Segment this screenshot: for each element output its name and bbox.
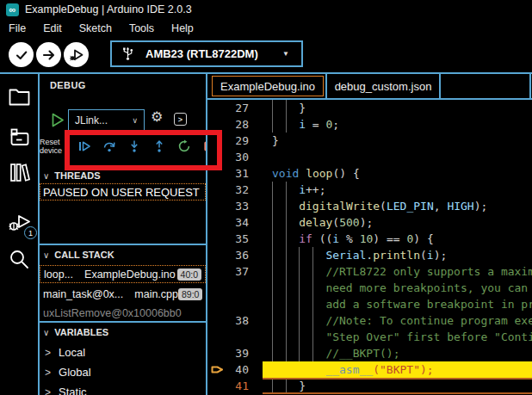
verify-button[interactable] — [9, 42, 34, 67]
debug-console-icon[interactable]: > — [174, 113, 187, 126]
board-icon — [8, 127, 31, 149]
code-line[interactable]: 39//__BKPT(); — [207, 345, 532, 361]
annotation-red-box — [65, 130, 222, 170]
menu-tools[interactable]: Tools — [121, 22, 163, 34]
indent-guide — [299, 329, 300, 345]
tab-debug-custom-json[interactable]: debug_custom.json — [327, 76, 439, 96]
indent-guide — [299, 345, 300, 361]
thread-status[interactable]: PAUSED ON USER REQUEST — [40, 183, 206, 201]
code-line[interactable]: 38//Note: To continue program exec — [207, 312, 532, 329]
indent-guide — [299, 280, 300, 296]
line-number[interactable]: 35 — [207, 231, 263, 247]
line-number[interactable]: 32 — [207, 182, 263, 198]
call-stack-frame[interactable]: uxListRemove@0x10006bb0 — [40, 304, 206, 322]
code-line[interactable]: "Step Over" first before "Contin — [207, 329, 532, 345]
call-stack-frame[interactable]: loop... ExampleDebug.ino 40:0 — [40, 265, 206, 283]
code-line[interactable]: 40__asm__("BKPT"); — [207, 361, 532, 378]
line-number[interactable]: 39 — [207, 345, 263, 361]
code-line[interactable]: need more breakpoints, you can u — [207, 280, 532, 296]
debug-config-value: JLink... — [75, 114, 108, 127]
code-line[interactable]: 34delay(500); — [207, 214, 532, 231]
start-debugging-button[interactable] — [64, 42, 89, 67]
line-number[interactable]: 33 — [207, 198, 263, 214]
code-line[interactable]: 28i = 0; — [207, 116, 532, 133]
indent-guide — [299, 247, 300, 263]
code-line[interactable]: 27} — [207, 100, 532, 116]
line-number[interactable]: 34 — [207, 214, 263, 231]
code-text: } — [263, 378, 532, 394]
line-number[interactable]: 38 — [207, 312, 263, 329]
indent-guide — [272, 312, 273, 329]
debug-badge: 1 — [24, 226, 37, 239]
indent-guide — [286, 116, 287, 133]
board-selector[interactable]: AMB23 (RTL8722DM) ▼ — [110, 40, 303, 67]
indent-guide — [286, 198, 287, 214]
indent-guide — [272, 280, 273, 296]
debug-config-dropdown[interactable]: JLink... ∨ — [68, 109, 145, 132]
indent-guide — [286, 247, 287, 263]
menu-file[interactable]: File — [0, 22, 34, 34]
line-number[interactable]: 27 — [207, 100, 263, 116]
play-icon — [52, 113, 65, 127]
indent-guide — [272, 380, 273, 392]
code-text: digitalWrite(LED_PIN, HIGH); — [263, 198, 532, 214]
code-line[interactable]: 29} — [207, 133, 532, 149]
sidebar-item-search[interactable] — [8, 248, 32, 272]
variables-header[interactable]: ∨ VARIABLES — [43, 327, 108, 337]
indent-guide — [286, 345, 287, 361]
line-number[interactable]: 36 — [207, 247, 263, 263]
sidebar-item-sketchbook[interactable] — [8, 87, 32, 111]
sidebar-item-debug[interactable]: 1 — [8, 212, 32, 236]
tab-exampledebug-ino[interactable]: ExampleDebug.ino — [212, 76, 324, 96]
tab-separator — [529, 74, 531, 98]
indent-guide — [272, 214, 273, 231]
code-line[interactable]: 33digitalWrite(LED_PIN, HIGH); — [207, 198, 532, 214]
line-number[interactable]: 37 — [207, 263, 263, 280]
code-text: need more breakpoints, you can u — [263, 280, 532, 296]
indent-guide — [272, 182, 273, 198]
chevron-down-icon: ▼ — [282, 50, 289, 58]
indent-guide — [299, 263, 300, 280]
indent-guide — [272, 296, 273, 312]
indent-guide — [312, 345, 313, 361]
call-stack-frame[interactable]: main_task@0x... main.cpp 89:0 — [40, 285, 206, 303]
code-line[interactable]: 31void loop() { — [207, 165, 532, 182]
sidebar-item-boards-manager[interactable] — [8, 127, 32, 151]
tab-separator — [439, 74, 441, 98]
indent-guide — [312, 280, 313, 296]
indent-guide — [286, 280, 287, 296]
window-title: ExampleDebug | Arduino IDE 2.0.3 — [25, 3, 192, 15]
indent-guide — [286, 231, 287, 247]
variables-group-local[interactable]: > Local — [45, 346, 85, 359]
code-line[interactable]: add a software breakpoint in pro — [207, 296, 532, 312]
variables-group-static[interactable]: > Static — [45, 386, 87, 395]
gear-icon[interactable]: ⚙ — [151, 110, 163, 124]
code-line[interactable]: 41} — [207, 378, 532, 394]
code-line[interactable]: 36Serial.println(i); — [207, 247, 532, 263]
line-number[interactable] — [207, 329, 263, 345]
variables-group-global[interactable]: > Global — [45, 366, 91, 379]
code-line[interactable]: 32i++; — [207, 182, 532, 198]
section-divider — [40, 321, 206, 323]
menu-sketch[interactable]: Sketch — [71, 22, 121, 34]
indent-guide — [272, 345, 273, 361]
line-number[interactable]: 41 — [207, 378, 263, 394]
indent-guide — [312, 247, 313, 263]
menu-edit[interactable]: Edit — [34, 22, 71, 34]
threads-header[interactable]: ∨ THREADS — [43, 170, 101, 181]
line-number[interactable] — [207, 296, 263, 312]
menu-help[interactable]: Help — [163, 22, 202, 34]
upload-button[interactable] — [36, 42, 61, 67]
indent-guide — [299, 312, 300, 329]
code-text: void loop() { — [263, 165, 532, 182]
code-line[interactable]: 30 — [207, 149, 532, 165]
call-stack-header[interactable]: ∨ CALL STACK — [43, 250, 114, 260]
execution-pointer-icon — [211, 364, 224, 375]
code-line[interactable]: 37//RTL8722 only supports a maximu — [207, 263, 532, 280]
indent-guide — [312, 296, 313, 312]
line-number[interactable] — [207, 280, 263, 296]
sidebar-item-library-manager[interactable] — [8, 162, 32, 186]
chevron-right-icon: > — [45, 347, 51, 359]
code-line[interactable]: 35if ((i % 10) == 0) { — [207, 231, 532, 247]
debug-start-button[interactable] — [52, 113, 65, 127]
